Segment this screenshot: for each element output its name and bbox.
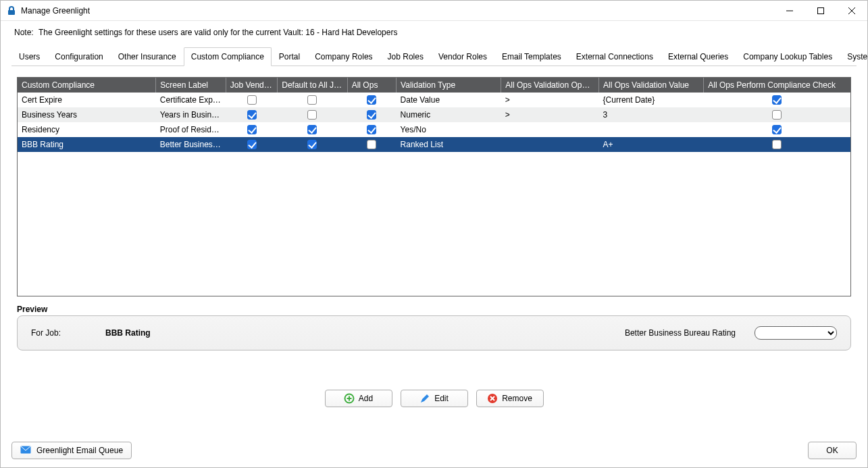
- cell: Ranked List: [397, 137, 501, 152]
- checkbox[interactable]: [307, 140, 317, 149]
- email-queue-button[interactable]: Greenlight Email Queue: [11, 442, 132, 459]
- add-label: Add: [359, 394, 373, 403]
- note-text: The Greenlight settings for these users …: [39, 28, 397, 37]
- table-row[interactable]: Cert ExpireCertificate Expirati...Date V…: [18, 93, 850, 107]
- cell: >: [501, 93, 599, 107]
- mail-icon: [20, 446, 31, 456]
- pencil-icon: [419, 393, 430, 404]
- preview-heading: Preview: [17, 305, 851, 314]
- compliance-table-container: Custom ComplianceScreen LabelJob Vendors…: [17, 77, 851, 296]
- close-button[interactable]: [836, 1, 867, 21]
- add-button[interactable]: Add: [325, 390, 392, 407]
- tab-company-lookup-tables[interactable]: Company Lookup Tables: [736, 47, 840, 66]
- cell: A+: [599, 137, 704, 152]
- cell: BBB Rating: [18, 137, 156, 152]
- tab-job-roles[interactable]: Job Roles: [380, 47, 431, 66]
- tab-company-roles[interactable]: Company Roles: [307, 47, 380, 66]
- checkbox[interactable]: [247, 125, 257, 134]
- tabs-container: UsersConfigurationOther InsuranceCustom …: [11, 47, 857, 66]
- cell: Certificate Expirati...: [156, 93, 226, 107]
- table-row[interactable]: ResidencyProof of ResidencyYes/No: [18, 122, 850, 137]
- cell: [599, 122, 704, 137]
- checkbox[interactable]: [367, 140, 376, 149]
- svg-rect-0: [8, 10, 15, 15]
- plus-icon: [344, 393, 355, 404]
- tab-other-insurance[interactable]: Other Insurance: [111, 47, 184, 66]
- cell: >: [501, 107, 599, 122]
- checkbox[interactable]: [247, 95, 257, 105]
- checkbox[interactable]: [307, 95, 317, 105]
- tabs: UsersConfigurationOther InsuranceCustom …: [11, 47, 857, 66]
- cell: [501, 122, 599, 137]
- cell: Business Years: [18, 107, 156, 122]
- cell: Proof of Residency: [156, 122, 226, 137]
- cell: Date Value: [397, 93, 501, 107]
- tab-users[interactable]: Users: [11, 47, 47, 66]
- ok-button[interactable]: OK: [808, 442, 857, 459]
- edit-button[interactable]: Edit: [401, 390, 468, 407]
- preview-box: For Job: BBB Rating Better Business Bure…: [17, 315, 851, 350]
- note-row: Note: The Greenlight settings for these …: [1, 21, 867, 47]
- cell: Cert Expire: [18, 93, 156, 107]
- checkbox[interactable]: [367, 95, 376, 105]
- preview-rating-select[interactable]: [755, 326, 837, 340]
- cell: Yes/No: [397, 122, 501, 137]
- preview-job-name: BBB Rating: [105, 328, 416, 338]
- checkbox[interactable]: [307, 110, 317, 120]
- remove-label: Remove: [502, 394, 532, 403]
- tab-external-connections[interactable]: External Connections: [569, 47, 661, 66]
- table-row[interactable]: Business YearsYears in BusinessNumeric>3: [18, 107, 850, 122]
- column-header[interactable]: Validation Type: [397, 78, 501, 93]
- checkbox[interactable]: [247, 110, 257, 120]
- minimize-button[interactable]: [774, 1, 805, 21]
- column-header[interactable]: All Ops: [347, 78, 396, 93]
- window-title: Manage Greenlight: [21, 6, 90, 16]
- cell: Years in Business: [156, 107, 226, 122]
- tab-system-lookup-tables[interactable]: System Lookup Tables: [840, 47, 868, 66]
- lock-icon: [6, 5, 17, 16]
- tab-vendor-roles[interactable]: Vendor Roles: [431, 47, 494, 66]
- column-header[interactable]: All Ops Perform Compliance Check: [704, 78, 850, 93]
- remove-icon: [487, 393, 498, 404]
- column-header[interactable]: All Ops Validation Operator: [501, 78, 599, 93]
- preview-for-job-label: For Job:: [31, 328, 92, 338]
- column-header[interactable]: Screen Label: [156, 78, 226, 93]
- note-label: Note:: [14, 28, 34, 37]
- svg-rect-2: [818, 7, 824, 14]
- preview-field-label: Better Business Bureau Rating: [625, 328, 741, 338]
- column-header[interactable]: All Ops Validation Value: [599, 78, 704, 93]
- compliance-table[interactable]: Custom ComplianceScreen LabelJob Vendors…: [18, 78, 850, 152]
- cell: Residency: [18, 122, 156, 137]
- tab-custom-compliance[interactable]: Custom Compliance: [184, 47, 272, 66]
- cell: Better Business B...: [156, 137, 226, 152]
- checkbox[interactable]: [772, 140, 782, 149]
- column-header[interactable]: Job Vendors: [226, 78, 278, 93]
- tab-email-templates[interactable]: Email Templates: [494, 47, 569, 66]
- titlebar: Manage Greenlight: [1, 1, 867, 21]
- cell: {Current Date}: [599, 93, 704, 107]
- tab-configuration[interactable]: Configuration: [47, 47, 110, 66]
- window-root: Manage Greenlight Note: The Greenlight s…: [0, 0, 868, 468]
- email-queue-label: Greenlight Email Queue: [36, 446, 123, 455]
- checkbox[interactable]: [307, 125, 317, 134]
- action-row: Add Edit Remove: [1, 390, 867, 407]
- tab-external-queries[interactable]: External Queries: [661, 47, 736, 66]
- checkbox[interactable]: [772, 110, 782, 120]
- cell: 3: [599, 107, 704, 122]
- column-header[interactable]: Default to All Jobs: [278, 78, 347, 93]
- maximize-button[interactable]: [805, 1, 836, 21]
- column-header[interactable]: Custom Compliance: [18, 78, 156, 93]
- table-row[interactable]: BBB RatingBetter Business B...Ranked Lis…: [18, 137, 850, 152]
- cell: Numeric: [397, 107, 501, 122]
- checkbox[interactable]: [772, 125, 782, 134]
- edit-label: Edit: [434, 394, 449, 403]
- checkbox[interactable]: [247, 140, 257, 149]
- cell: [501, 137, 599, 152]
- tab-portal[interactable]: Portal: [272, 47, 307, 66]
- remove-button[interactable]: Remove: [476, 390, 544, 407]
- checkbox[interactable]: [367, 125, 376, 134]
- checkbox[interactable]: [367, 110, 376, 120]
- checkbox[interactable]: [772, 95, 782, 105]
- footer: Greenlight Email Queue OK: [1, 435, 867, 467]
- ok-label: OK: [826, 446, 838, 455]
